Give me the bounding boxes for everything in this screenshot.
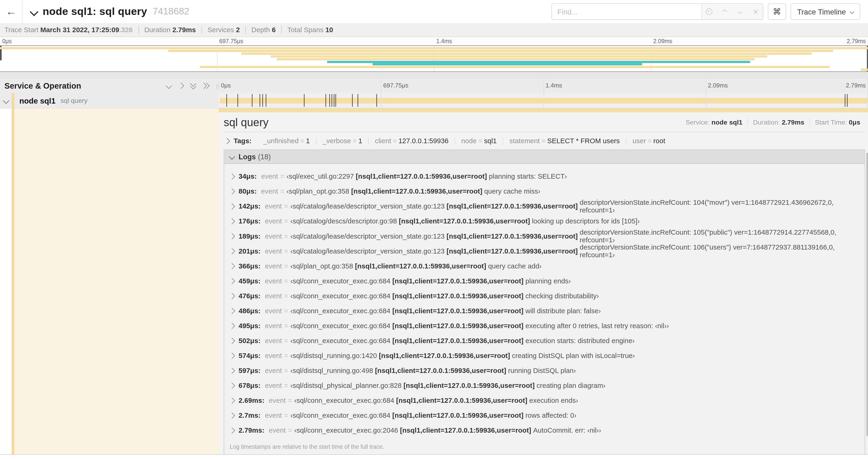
view-type-dropdown[interactable]: Trace Timeline — [790, 3, 860, 20]
trace-minimap[interactable] — [0, 45, 868, 72]
prev-match-icon[interactable] — [721, 8, 728, 15]
keyboard-shortcuts-button[interactable]: ⌘ — [768, 3, 786, 20]
trace-stats-bar: Trace Start March 31 2022, 17:25:09.326 … — [0, 23, 868, 37]
timeline-tick-labels: 0μs697.75μs1.4ms2.09ms2.79ms — [219, 78, 868, 93]
log-entry-row[interactable]: 597μs:event=‹sql/distsql_running.go:498 … — [224, 363, 865, 378]
log-expand-chevron-icon — [229, 203, 235, 209]
selected-span-bar — [219, 108, 868, 112]
log-expand-chevron-icon — [229, 323, 235, 329]
log-expand-chevron-icon — [229, 278, 235, 284]
log-expand-chevron-icon — [229, 427, 235, 433]
clear-find-icon[interactable]: ✕ — [752, 8, 760, 15]
minimap-divider — [0, 72, 868, 79]
collapse-all-icon[interactable] — [191, 83, 195, 89]
tag-item-client: client=127.0.0.1:59936 — [368, 137, 455, 145]
log-expand-chevron-icon — [229, 308, 235, 314]
minimap-tick-labels: 0μs697.75μs1.4ms2.09ms2.79ms — [0, 37, 868, 45]
collapse-one-icon[interactable] — [166, 84, 171, 88]
minimap-span-bar — [372, 63, 642, 65]
log-entry-row[interactable]: 459μs:event=‹sql/conn_executor_exec.go:6… — [224, 273, 865, 288]
log-expand-chevron-icon — [229, 188, 235, 194]
log-entry-row[interactable]: 502μs:event=‹sql/conn_executor_exec.go:6… — [224, 333, 865, 348]
log-expand-chevron-icon — [229, 218, 235, 224]
log-marker — [226, 94, 227, 107]
logs-collapse-chevron-icon — [229, 154, 235, 160]
service-color-stripe — [11, 93, 14, 108]
stat-total-spans: Total Spans 10 — [281, 26, 339, 34]
tick-label: 0μs — [0, 38, 12, 44]
log-entry-row[interactable]: 201μs:event=‹sql/catalog/lease/descripto… — [224, 243, 865, 258]
tag-item-_verbose: _verbose=1 — [316, 137, 368, 145]
span-row-name-cell[interactable]: node sql1 sql query — [0, 93, 219, 108]
log-marker — [237, 94, 238, 107]
log-entry-row[interactable]: 2.79ms:event=‹sql/conn_executor_exec.go:… — [224, 423, 865, 438]
log-marker — [376, 94, 377, 107]
log-marker — [260, 94, 260, 107]
trace-title-chevron-down-icon[interactable] — [30, 7, 38, 16]
log-entry-row[interactable]: 34μs:event=‹sql/exec_util.go:2297 [nsql1… — [224, 169, 865, 184]
find-input[interactable] — [552, 4, 702, 19]
detail-scrollbar-thumb[interactable] — [866, 153, 868, 436]
span-detail-panel: sql query Service: node sql1 Duration: 2… — [219, 108, 868, 454]
log-entry-row[interactable]: 142μs:event=‹sql/catalog/lease/descripto… — [224, 199, 865, 214]
meta-start-time: Start Time: 0μs — [809, 119, 865, 126]
log-entry-row[interactable]: 486μs:event=‹sql/conn_executor_exec.go:6… — [224, 303, 865, 318]
span-row-timeline-cell[interactable] — [219, 93, 868, 108]
tick-label: 2.79ms — [847, 38, 868, 44]
minimap-span-bar — [200, 66, 830, 68]
detail-left-gutter — [0, 108, 219, 454]
log-entry-row[interactable]: 366μs:event=‹sql/plan_opt.go:358 [nsql1,… — [224, 258, 865, 273]
focus-match-icon[interactable] — [705, 8, 713, 15]
tick-label: 697.75μs — [381, 82, 408, 88]
log-expand-chevron-icon — [229, 382, 235, 389]
log-entry-row[interactable]: 189μs:event=‹sql/catalog/lease/descripto… — [224, 229, 865, 243]
stat-depth: Depth 6 — [245, 26, 281, 34]
back-arrow-icon: ← — [6, 6, 16, 17]
minimap-span-bar — [277, 58, 754, 60]
log-expand-chevron-icon — [229, 397, 235, 403]
log-marker — [332, 94, 332, 107]
log-marker — [334, 94, 334, 107]
log-expand-chevron-icon — [229, 352, 235, 359]
log-marker — [847, 94, 847, 107]
log-entry-row[interactable]: 574μs:event=‹sql/distsql_running.go:1420… — [224, 348, 865, 363]
view-type-label: Trace Timeline — [797, 7, 846, 16]
minimap-span-bar — [327, 61, 750, 63]
log-marker — [263, 94, 263, 107]
log-entry-row[interactable]: 476μs:event=‹sql/conn_executor_exec.go:6… — [224, 288, 865, 303]
expand-all-icon[interactable] — [203, 84, 209, 88]
tick-label: 2.79ms — [846, 82, 868, 88]
log-entry-row[interactable]: 678μs:event=‹sql/distsql_physical_planne… — [224, 378, 865, 393]
logs-count: (18) — [258, 153, 271, 161]
log-marker — [304, 94, 304, 107]
tag-item-statement: statement=SELECT * FROM users — [503, 137, 626, 145]
tags-row[interactable]: Tags: _unfinished=1_verbose=1client=127.… — [223, 132, 865, 150]
log-expand-chevron-icon — [229, 248, 235, 254]
next-match-icon[interactable] — [736, 8, 744, 15]
log-entry-row[interactable]: 495μs:event=‹sql/conn_executor_exec.go:6… — [224, 318, 865, 333]
log-entry-row[interactable]: 80μs:event=‹sql/plan_opt.go:358 [nsql1,c… — [224, 184, 865, 199]
minimap-span-bar — [271, 55, 768, 57]
next-row-background — [0, 455, 868, 459]
meta-service: Service: node sql1 — [681, 119, 747, 126]
log-marker — [326, 94, 326, 107]
span-collapse-chevron-icon[interactable] — [0, 98, 12, 103]
expand-one-icon[interactable] — [179, 84, 183, 88]
log-expand-chevron-icon — [229, 263, 235, 269]
log-entry-row[interactable]: 2.7ms:event=‹sql/conn_executor_exec.go:6… — [224, 408, 865, 423]
tick-label: 1.4ms — [434, 38, 452, 44]
log-entry-row[interactable]: 176μs:event=‹sql/catalog/descs/descripto… — [224, 214, 865, 229]
log-expand-chevron-icon — [229, 412, 235, 418]
back-button[interactable]: ← — [0, 0, 23, 23]
meta-duration: Duration: 2.79ms — [747, 119, 809, 126]
minimap-right-handle[interactable] — [867, 46, 868, 71]
logs-header[interactable]: Logs (18) — [224, 150, 865, 164]
service-operation-header: Service & Operation — [0, 81, 81, 90]
tick-label: 1.4ms — [544, 82, 562, 88]
timeline-gridline — [706, 78, 706, 93]
log-entry-row[interactable]: 2.69ms:event=‹sql/conn_executor_exec.go:… — [224, 393, 865, 408]
span-detail-title: sql query — [223, 116, 269, 129]
expanded-row-backdrop — [14, 108, 219, 454]
tick-label: 697.75μs — [217, 38, 243, 44]
log-marker — [358, 94, 358, 107]
